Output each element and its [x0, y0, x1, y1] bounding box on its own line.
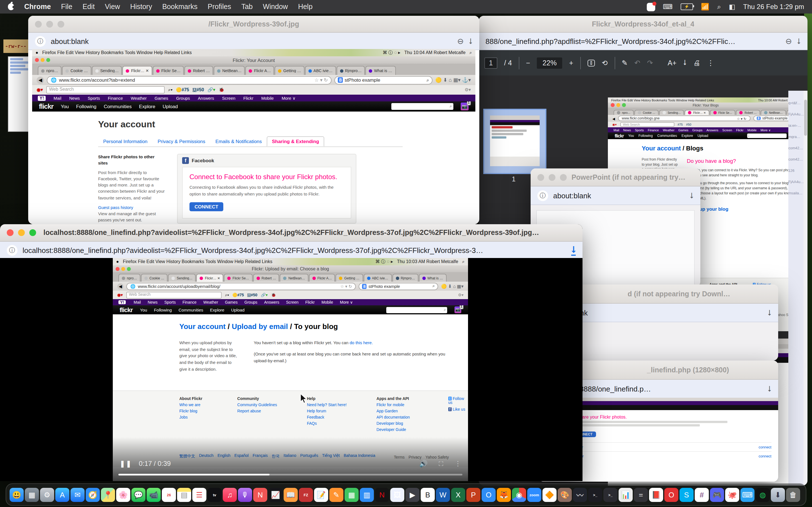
yahoo-nav-item[interactable]: Answers	[707, 128, 718, 131]
yahoo-nav-bar[interactable]: Y! MailNewsSportsFinanceWeatherGamesGrou…	[113, 299, 468, 305]
address-bar[interactable]: 888/one_linefind.php?apdflist=%2FFlickr_…	[479, 33, 808, 50]
yahoo-nav-item[interactable]: Mobile	[321, 300, 333, 304]
download-button[interactable]: ⭣	[683, 59, 687, 67]
yahoo-nav-item[interactable]: Mail	[134, 300, 141, 304]
dock-icon[interactable]: 🐙	[725, 488, 739, 502]
dock-icon[interactable]: O	[664, 488, 678, 502]
yahoo-nav-item[interactable]: Mobile	[748, 128, 756, 131]
yahoo-search-input[interactable]: Web Search	[126, 291, 221, 298]
dock-icon[interactable]: O	[481, 488, 496, 502]
tab-strip[interactable]: npro…Cookie …Sending…Flickr… ✕Flickr Se……	[113, 272, 468, 282]
search-value[interactable]: stPhoto example	[368, 284, 400, 289]
dock-icon[interactable]: 📍	[101, 488, 115, 502]
flickr-logo[interactable]: flickr	[119, 306, 133, 313]
yahoo-nav-item[interactable]: Sports	[635, 128, 644, 131]
browser-tab[interactable]: Flickr Se…	[710, 110, 735, 115]
zoom-out-icon[interactable]: ⊖	[785, 37, 792, 46]
browser-tab[interactable]: Rjmpro…	[392, 274, 418, 282]
video-player-window[interactable]: localhost:8888/one_linefind.php?avideoli…	[0, 224, 582, 481]
account-tab[interactable]: Sharing & Extending	[267, 136, 324, 147]
rotate-button[interactable]: ⟲	[602, 59, 608, 67]
browser-tab[interactable]: What is …	[366, 66, 396, 75]
guest-pass-link[interactable]: Guest pass history	[98, 205, 165, 211]
footer-link[interactable]: Developer Guide	[376, 428, 435, 432]
image-viewer-window[interactable]: /Flickr_Wordpress-39of.jpg ⓘ about:blank…	[28, 16, 479, 224]
account-tab[interactable]: Emails & Notifications	[210, 136, 267, 147]
dock-icon[interactable]: ✎	[329, 488, 343, 502]
yahoo-nav-item[interactable]: Groups	[176, 96, 190, 101]
yahoo-nav-item[interactable]: Screen	[286, 300, 298, 304]
flickr-logo[interactable]: flickr	[615, 133, 624, 138]
footer-link[interactable]: App Garden	[376, 409, 435, 413]
flickr-nav-item[interactable]: Explore	[139, 104, 155, 109]
wifi-icon[interactable]: 📶	[701, 3, 709, 11]
browser-tab[interactable]: NetBean…	[280, 274, 308, 282]
pause-button[interactable]: ❚❚	[119, 460, 132, 467]
yahoo-nav-item[interactable]: Flickr	[305, 300, 315, 304]
dock-icon[interactable]: 😃	[10, 488, 24, 502]
app-menu-name[interactable]: Chrome	[24, 3, 51, 11]
yahoo-nav-item[interactable]: Mobile	[261, 96, 274, 101]
url-text[interactable]: about:blank	[553, 191, 685, 200]
zoom-level[interactable]: 22%	[537, 57, 562, 68]
gear-icon[interactable]: ⚙▾	[458, 293, 463, 297]
browser-tab[interactable]: npro…	[118, 274, 140, 282]
browser-tab[interactable]: Flickr… ✕	[123, 66, 152, 75]
print-button[interactable]: 🖨	[693, 59, 700, 67]
dock-icon[interactable]: N	[253, 488, 267, 502]
dock-icon[interactable]: X	[451, 488, 465, 502]
flickr-nav-item[interactable]: Explore	[210, 307, 224, 313]
dock-icon[interactable]: 〰	[573, 488, 587, 502]
page-url[interactable]: www.flickr.com/blogs.gne	[622, 117, 659, 120]
browser-tab[interactable]: NetBean…	[214, 66, 245, 75]
menu-item[interactable]: Edit	[83, 3, 95, 11]
yahoo-nav-item[interactable]: Finance	[108, 96, 123, 101]
footer-link[interactable]: Developer blog	[376, 421, 435, 425]
dock-icon[interactable]: tv	[207, 488, 221, 502]
dock-icon[interactable]: 📖	[284, 488, 298, 502]
yahoo-logo[interactable]: Y!	[118, 300, 126, 304]
yahoo-nav-bar[interactable]: MailNewsSportsFinanceWeatherGamesGroupsA…	[608, 127, 804, 132]
like-us-link[interactable]: Like us	[453, 407, 465, 411]
zoom-out-button[interactable]: −	[526, 59, 530, 67]
browser-tab[interactable]: Robert …	[253, 274, 280, 282]
dock-icon[interactable]: W	[436, 488, 450, 502]
yahoo-nav-bar[interactable]: Y! MailNewsSportsFinanceWeatherGamesGrou…	[32, 95, 475, 101]
flickr-search-box[interactable]: ⌕	[747, 133, 786, 138]
flickr-search-box[interactable]: ⌕	[386, 307, 447, 313]
menu-item[interactable]: Help	[298, 3, 312, 11]
scrollbar[interactable]	[804, 91, 808, 486]
dock-icon[interactable]: ⚙	[40, 488, 54, 502]
url-text[interactable]: 888/one_linefind.php?apdflist=%2FFlickr_…	[486, 37, 780, 45]
browser-tab[interactable]: Getting …	[336, 274, 363, 282]
account-tab[interactable]: Personal Information	[98, 136, 153, 147]
browser-tab[interactable]: Sending…	[92, 66, 122, 75]
back-button[interactable]: ◀	[612, 116, 615, 120]
footer-link[interactable]: Jobs	[179, 415, 224, 419]
browser-tab[interactable]: Robert …	[736, 110, 760, 115]
footer-link[interactable]: FAQs	[307, 421, 363, 425]
pdf-thumbnail[interactable]	[483, 109, 546, 174]
menu-item[interactable]: File	[61, 3, 72, 11]
more-options-button[interactable]: ⋮	[455, 460, 461, 467]
dock-icon[interactable]: ☰	[192, 488, 206, 502]
footer-link[interactable]: API documentation	[376, 415, 435, 419]
flickr-nav-item[interactable]: Upload	[698, 134, 708, 137]
connect-button[interactable]: CONNECT	[190, 202, 223, 211]
browser-tab[interactable]: Cookie …	[635, 110, 659, 115]
fit-page-button[interactable]: ⇕	[587, 59, 595, 66]
url-row[interactable]: ◀ www.flickr.com/blogs.gne☆ ▾ ↻ 8stPhoto…	[608, 115, 804, 122]
browser-tab[interactable]: Sending…	[168, 274, 196, 282]
zoom-in-button[interactable]: +	[569, 59, 573, 67]
yahoo-nav-item[interactable]: More ∨	[760, 128, 770, 131]
flickr-nav-item[interactable]: Upload	[163, 104, 178, 109]
dock-icon[interactable]: 🔶	[543, 488, 557, 502]
yahoo-nav-item[interactable]: Groups	[245, 300, 257, 304]
footer-link[interactable]: Flickr for mobile	[376, 403, 435, 407]
browser-tab[interactable]: Flickr Se…	[153, 66, 184, 75]
dock-icon[interactable]: A	[55, 488, 69, 502]
dock-icon[interactable]: >_	[588, 488, 602, 502]
download-icon[interactable]: ⭣	[469, 36, 472, 46]
site-info-icon[interactable]: ⓘ	[35, 36, 46, 47]
address-bar[interactable]: ⓘ about:blank ⊖ ⭣	[28, 33, 479, 50]
